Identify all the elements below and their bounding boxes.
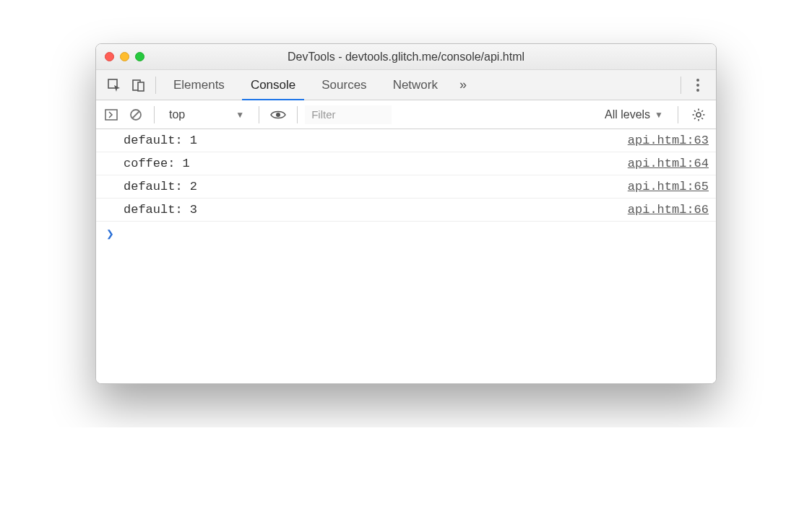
log-levels-selector[interactable]: All levels ▼ <box>597 108 670 121</box>
caret-down-icon: ▼ <box>236 110 244 120</box>
clear-console-icon[interactable] <box>125 100 147 130</box>
prompt-chevron-icon: ❯ <box>106 226 114 242</box>
console-settings-icon[interactable] <box>686 108 712 121</box>
tab-label: Network <box>393 78 438 92</box>
console-blank-area <box>96 246 716 383</box>
divider <box>681 77 681 94</box>
tab-sources[interactable]: Sources <box>308 70 379 100</box>
svg-line-16 <box>701 118 703 119</box>
tabs-overflow-button[interactable]: » <box>451 77 475 92</box>
svg-line-8 <box>133 111 139 118</box>
log-source-link[interactable]: api.html:63 <box>628 134 709 147</box>
tab-network[interactable]: Network <box>380 70 451 100</box>
svg-line-18 <box>701 110 703 112</box>
window-title: DevTools - devtools.glitch.me/console/ap… <box>96 51 716 64</box>
close-window-button[interactable] <box>105 52 114 61</box>
tab-label: Sources <box>321 78 366 92</box>
log-message: default: 3 <box>124 203 628 217</box>
svg-point-3 <box>696 79 699 82</box>
divider <box>155 77 156 94</box>
console-log-row: coffee: 1api.html:64 <box>96 152 716 175</box>
console-body: default: 1api.html:63coffee: 1api.html:6… <box>96 129 716 383</box>
console-log-row: default: 3api.html:66 <box>96 199 716 222</box>
caret-down-icon: ▼ <box>655 110 663 120</box>
svg-rect-2 <box>138 82 144 91</box>
titlebar: DevTools - devtools.glitch.me/console/ap… <box>96 44 716 70</box>
console-input[interactable] <box>123 226 709 242</box>
svg-point-4 <box>696 84 699 87</box>
console-prompt-row: ❯ <box>96 222 716 246</box>
log-source-link[interactable]: api.html:64 <box>628 157 709 170</box>
filter-input[interactable] <box>305 105 392 124</box>
minimize-window-button[interactable] <box>120 52 129 61</box>
traffic-lights <box>105 52 144 61</box>
live-expression-icon[interactable] <box>267 110 290 120</box>
tab-label: Console <box>251 78 295 92</box>
log-source-link[interactable]: api.html:66 <box>628 203 709 217</box>
context-label: top <box>169 108 185 121</box>
svg-point-10 <box>696 113 701 117</box>
log-message: default: 1 <box>124 134 628 147</box>
svg-line-17 <box>694 118 696 119</box>
execution-context-selector[interactable]: top ▼ <box>162 105 251 125</box>
divider <box>259 106 259 123</box>
levels-label: All levels <box>605 108 650 121</box>
log-message: default: 2 <box>124 180 628 193</box>
maximize-window-button[interactable] <box>135 52 144 61</box>
chevron-double-right-icon: » <box>459 77 467 92</box>
divider <box>154 106 155 123</box>
devtools-tabstrip: ElementsConsoleSourcesNetwork » <box>96 70 716 100</box>
tab-label: Elements <box>173 78 225 92</box>
more-options-button[interactable] <box>686 70 710 100</box>
toggle-sidebar-icon[interactable] <box>100 100 122 130</box>
svg-point-5 <box>696 89 699 92</box>
svg-point-9 <box>276 113 280 117</box>
console-toolbar: top ▼ All levels ▼ <box>96 100 716 129</box>
divider <box>678 106 678 123</box>
inspect-element-icon[interactable] <box>102 70 126 100</box>
divider <box>297 106 298 123</box>
device-toolbar-icon[interactable] <box>126 70 151 100</box>
tab-console[interactable]: Console <box>238 70 308 100</box>
log-message: coffee: 1 <box>124 157 628 170</box>
tab-elements[interactable]: Elements <box>160 70 238 100</box>
console-log-row: default: 2api.html:65 <box>96 175 716 199</box>
devtools-window: DevTools - devtools.glitch.me/console/ap… <box>95 43 717 384</box>
log-source-link[interactable]: api.html:65 <box>628 180 709 193</box>
svg-line-15 <box>694 110 696 112</box>
console-log-row: default: 1api.html:63 <box>96 129 716 152</box>
